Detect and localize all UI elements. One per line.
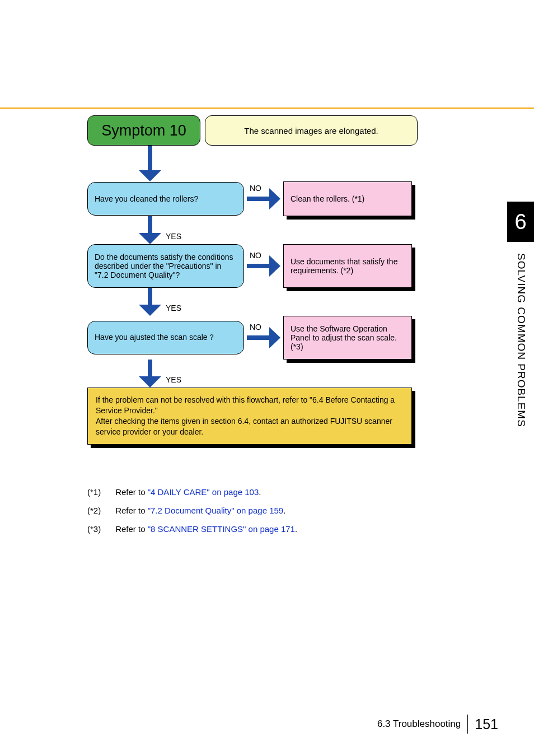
- arrow-right-wrap-1: NO: [244, 188, 283, 209]
- arrow-down-icon: [139, 146, 161, 181]
- yes-wrap-1: YES: [87, 216, 418, 244]
- flowchart: Symptom 10 The scanned images are elonga…: [87, 115, 418, 445]
- arrow-right-icon: [247, 188, 280, 209]
- footer-section: 6.3 Troubleshooting: [377, 718, 461, 730]
- decision-box-1: Have you cleaned the rollers?: [87, 182, 244, 216]
- step-row-2: Do the documents satisfy the conditions …: [87, 244, 418, 288]
- arrow-right-icon: [247, 255, 280, 277]
- yes-label-3: YES: [166, 375, 181, 384]
- symptom-row: Symptom 10 The scanned images are elonga…: [87, 115, 418, 146]
- page-number: 151: [475, 716, 498, 732]
- chapter-title: SOLVING COMMON PROBLEMS: [515, 253, 527, 427]
- footnote-prefix-1: Refer to: [115, 487, 148, 497]
- footnote-num-3: (*3): [87, 524, 113, 534]
- footnote-3: (*3) Refer to "8 SCANNER SETTINGS" on pa…: [87, 524, 297, 534]
- action-box-1: Clean the rollers. (*1): [283, 181, 412, 216]
- arrow-down-icon: [139, 360, 161, 388]
- footnote-num-1: (*1): [87, 487, 113, 497]
- final-wrap: If the problem can not be resolved with …: [87, 388, 412, 445]
- yes-wrap-3: YES: [87, 360, 418, 388]
- symptom-description-box: The scanned images are elongated.: [205, 115, 418, 146]
- arrow-right-wrap-3: NO: [244, 327, 283, 348]
- action-box-3: Use the Software Operation Panel to adju…: [283, 316, 412, 360]
- decision-box-3: Have you ajusted the scan scale？: [87, 321, 244, 354]
- chapter-tab: 6: [507, 202, 534, 242]
- footnote-suffix-3: .: [295, 524, 297, 534]
- footnote-prefix-2: Refer to: [115, 506, 148, 515]
- footnote-num-2: (*2): [87, 506, 113, 515]
- footnote-2: (*2) Refer to "7.2 Document Quality" on …: [87, 506, 297, 515]
- footnote-link-1[interactable]: "4 DAILY CARE" on page 103: [148, 487, 259, 497]
- divider-rule: [0, 108, 534, 109]
- footnote-suffix-2: .: [283, 506, 285, 515]
- footnote-prefix-3: Refer to: [115, 524, 148, 534]
- action-wrap-3: Use the Software Operation Panel to adju…: [283, 316, 412, 360]
- action-box-2: Use documents that satisfy the requireme…: [283, 244, 412, 288]
- yes-label-2: YES: [166, 304, 181, 312]
- footnote-link-2[interactable]: "7.2 Document Quality" on page 159: [148, 506, 283, 515]
- arrow-right-wrap-2: NO: [244, 255, 283, 277]
- step-row-3: Have you ajusted the scan scale？ NO Use …: [87, 316, 418, 360]
- footnote-link-3[interactable]: "8 SCANNER SETTINGS" on page 171: [148, 524, 295, 534]
- symptom-number-box: Symptom 10: [87, 115, 200, 146]
- action-wrap-2: Use documents that satisfy the requireme…: [283, 244, 412, 288]
- final-box: If the problem can not be resolved with …: [87, 388, 412, 445]
- yes-label-1: YES: [166, 232, 181, 241]
- footnotes: (*1) Refer to "4 DAILY CARE" on page 103…: [87, 487, 297, 543]
- footnote-1: (*1) Refer to "4 DAILY CARE" on page 103…: [87, 487, 297, 497]
- page-footer: 6.3 Troubleshooting 151: [377, 715, 498, 734]
- step-row-1: Have you cleaned the rollers? NO Clean t…: [87, 181, 418, 216]
- arrow-down-icon: [139, 288, 161, 316]
- arrow-right-icon: [247, 327, 280, 348]
- footer-separator: [467, 715, 468, 734]
- yes-wrap-2: YES: [87, 288, 418, 316]
- arrow-down-icon: [139, 216, 161, 244]
- footnote-suffix-1: .: [259, 487, 261, 497]
- decision-box-2: Do the documents satisfy the conditions …: [87, 244, 244, 288]
- action-wrap-1: Clean the rollers. (*1): [283, 181, 412, 216]
